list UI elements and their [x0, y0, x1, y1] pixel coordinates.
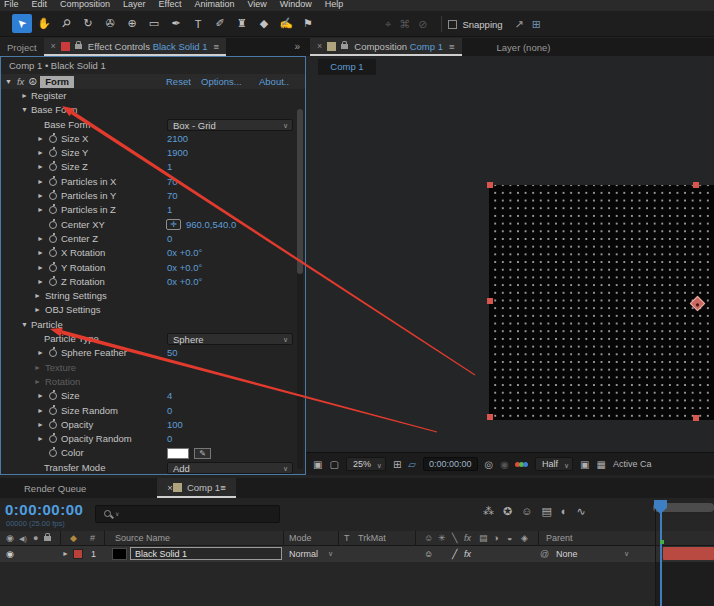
twirl-icon[interactable]: ► — [37, 346, 44, 360]
pan-behind-tool[interactable]: ⊕ — [122, 14, 142, 33]
timeline-search-input[interactable]: ∨ — [95, 505, 280, 523]
stopwatch-icon[interactable] — [49, 221, 57, 229]
twirl-icon[interactable]: ► — [34, 289, 41, 303]
motion-blur-icon[interactable]: ◐ — [561, 505, 568, 518]
twirl-icon[interactable]: ► — [37, 203, 44, 217]
point-crosshair-icon[interactable]: ✛ — [166, 219, 181, 230]
layer-handle-bottom-left[interactable] — [487, 414, 493, 420]
layer-handle-mid-left[interactable] — [487, 298, 493, 304]
stopwatch-icon[interactable] — [49, 149, 57, 157]
tab-composition[interactable]: × Composition Comp 1 ≡ — [310, 38, 462, 56]
effect-row-value[interactable]: 2100 — [167, 132, 188, 146]
tab-effect-controls[interactable]: × Effect Controls Black Solid 1 ≡ — [44, 38, 227, 56]
effect-row-value[interactable]: 0 — [167, 404, 172, 418]
stopwatch-icon[interactable] — [49, 135, 57, 143]
time-ruler[interactable] — [655, 514, 714, 531]
eyedropper-icon[interactable]: ✎ — [194, 448, 211, 459]
layer-quality-toggle[interactable]: ╱ — [452, 546, 457, 562]
twirl-icon[interactable]: ► — [37, 132, 44, 146]
source-name-column-header[interactable]: Source Name — [115, 531, 170, 546]
3d-switch-icon[interactable]: ◈ — [521, 531, 528, 546]
world-axis-mode-icon[interactable]: ⌘ — [399, 18, 410, 31]
close-icon[interactable]: × — [51, 41, 56, 51]
mini-flowchart-icon[interactable]: ⁂ — [483, 505, 494, 518]
scrollbar-thumb[interactable] — [297, 109, 303, 274]
effect-row-value[interactable]: 0 — [167, 432, 172, 446]
effect-row-value[interactable]: 4 — [167, 389, 172, 403]
audio-column-icon[interactable]: ◀) — [19, 531, 27, 546]
stopwatch-icon[interactable] — [49, 278, 57, 286]
layer-name[interactable]: Black Solid 1 — [130, 547, 282, 560]
menu-composition[interactable]: Composition — [60, 0, 110, 10]
stopwatch-icon[interactable] — [49, 264, 57, 272]
chevron-down-icon[interactable]: ∨ — [328, 546, 333, 562]
layer-label-chip[interactable] — [73, 549, 83, 559]
effect-row-value[interactable]: 1 — [167, 203, 172, 217]
frame-blend-switch-icon[interactable]: ▤ — [479, 531, 488, 546]
color-swatch[interactable] — [167, 448, 189, 459]
video-column-icon[interactable]: ◉ — [6, 531, 14, 546]
layer-shy-toggle[interactable]: ☺ — [424, 546, 433, 562]
composition-viewer[interactable] — [306, 76, 714, 452]
hand-tool[interactable]: ✋ — [34, 14, 54, 33]
graph-editor-icon[interactable]: ∿ — [577, 505, 586, 518]
rotation-tool[interactable]: ↻ — [78, 14, 98, 33]
safe-guides-icon[interactable]: ⊞ — [393, 459, 401, 470]
zoom-tool[interactable]: ⚲ — [56, 14, 76, 33]
layer-track[interactable] — [655, 546, 714, 562]
effect-row-value[interactable]: 960.0,540.0 — [186, 218, 236, 232]
lock-column-icon[interactable] — [44, 536, 51, 541]
effect-row-value[interactable]: 0x +0.0° — [167, 275, 202, 289]
menu-edit[interactable]: Edit — [32, 0, 48, 10]
selection-tool[interactable]: ➤ — [12, 14, 32, 33]
stopwatch-icon[interactable] — [49, 392, 57, 400]
pen-tool[interactable]: ✒ — [166, 14, 186, 33]
panel-menu-icon[interactable]: ≡ — [220, 482, 226, 493]
effect-row-dropdown[interactable]: Box - Grid∨ — [167, 119, 293, 131]
menu-file[interactable]: File — [4, 0, 19, 10]
snapping-checkbox[interactable] — [448, 20, 457, 29]
always-preview-icon[interactable]: ▣ — [313, 459, 322, 470]
motion-blur-switch-icon[interactable]: ◑ — [493, 531, 498, 546]
panel-menu-icon[interactable]: ≡ — [214, 41, 220, 52]
effect-row-value[interactable]: 50 — [167, 346, 178, 360]
preview-monitor-icon[interactable]: ▢ — [329, 459, 338, 470]
layer-handle-top-left[interactable] — [487, 182, 493, 188]
twirl-icon[interactable]: ► — [37, 232, 44, 246]
layer-mode-dropdown[interactable]: Normal — [289, 546, 318, 562]
viewer-timecode[interactable]: 0:00:00:00 — [423, 457, 478, 471]
roto-brush-tool[interactable]: ✍ — [276, 14, 296, 33]
twirl-icon[interactable]: ► — [37, 261, 44, 275]
grid-options-icon[interactable]: ⊞ — [532, 18, 541, 31]
puppet-pin-tool[interactable]: ⚑ — [298, 14, 318, 33]
options-button[interactable]: Options... — [201, 76, 242, 87]
twirl-icon[interactable]: ► — [21, 89, 28, 103]
chevron-down-icon[interactable]: ∨ — [624, 546, 629, 562]
fx-badge[interactable]: fx — [17, 76, 24, 87]
effect-row-dropdown[interactable]: Add∨ — [167, 462, 293, 474]
twirl-icon[interactable]: ► — [37, 389, 44, 403]
brush-tool[interactable]: ✐ — [210, 14, 230, 33]
twirl-icon[interactable]: ▼ — [21, 103, 28, 117]
twirl-icon[interactable]: ► — [34, 375, 41, 389]
current-timecode[interactable]: 0:00:00:00 — [5, 501, 83, 518]
lock-icon[interactable] — [341, 44, 348, 49]
stopwatch-icon[interactable] — [49, 349, 57, 357]
effect-row-value[interactable]: 70 — [167, 189, 178, 203]
layer-duration-bar[interactable] — [663, 547, 714, 560]
lock-icon[interactable] — [75, 44, 82, 49]
effect-row-value[interactable]: 0x +0.0° — [167, 261, 202, 275]
magnification-dropdown[interactable]: 25% ∨ — [346, 457, 386, 471]
menu-view[interactable]: View — [247, 0, 266, 10]
effect-row-value[interactable]: 1 — [167, 160, 172, 174]
fast-previews-icon[interactable]: ▣ — [580, 459, 589, 470]
menu-effect[interactable]: Effect — [159, 0, 182, 10]
region-of-interest-icon[interactable]: ▱ — [408, 459, 416, 470]
solo-column-icon[interactable]: ● — [33, 531, 38, 546]
fx-switch-icon[interactable]: fx — [464, 531, 471, 546]
menu-window[interactable]: Window — [280, 0, 312, 10]
local-axis-mode-icon[interactable]: ⌖ — [385, 18, 391, 31]
t-column-header[interactable]: T — [344, 531, 350, 546]
twirl-icon[interactable]: ► — [37, 418, 44, 432]
quality-switch-icon[interactable]: ╲ — [452, 531, 457, 546]
